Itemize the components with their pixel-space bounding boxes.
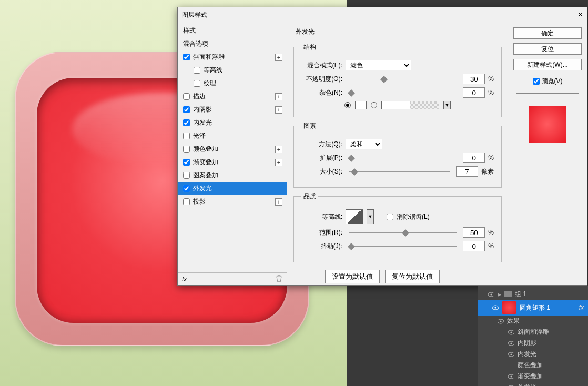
visibility-icon[interactable] [508, 329, 514, 336]
gradient-dropdown-icon[interactable]: ▼ [443, 101, 451, 109]
plus-icon[interactable]: + [275, 146, 282, 153]
contour-label: 等高线: [301, 212, 342, 221]
style-item-label: 颜色叠加 [193, 145, 281, 154]
fx-label[interactable]: fx [182, 276, 187, 283]
visibility-icon[interactable] [498, 318, 504, 324]
color-swatch[interactable] [355, 101, 367, 109]
style-item-10[interactable]: 渐变叠加+ [178, 156, 287, 169]
blend-mode-select[interactable]: 滤色 [346, 60, 411, 70]
contour-dropdown-icon[interactable]: ▼ [367, 209, 374, 224]
effects-label: 效果 [507, 317, 520, 326]
ok-button[interactable]: 确定 [513, 27, 582, 39]
effect-row[interactable]: 渐变叠加 [478, 371, 588, 382]
style-checkbox[interactable] [194, 67, 200, 74]
style-item-4[interactable]: 纹理 [178, 77, 287, 90]
visibility-icon[interactable] [508, 373, 514, 380]
fx-indicator[interactable]: fx [579, 304, 584, 311]
size-slider[interactable] [349, 168, 450, 175]
style-item-7[interactable]: 内发光 [178, 116, 287, 129]
style-item-12[interactable]: 外发光 [178, 182, 287, 195]
style-item-9[interactable]: 颜色叠加+ [178, 143, 287, 156]
range-slider[interactable] [349, 229, 457, 236]
noise-slider[interactable] [349, 89, 457, 96]
style-checkbox[interactable] [183, 159, 190, 166]
spread-input[interactable] [463, 153, 485, 163]
main-options-title: 外发光 [293, 27, 502, 38]
opacity-unit: % [488, 75, 494, 83]
antialiased-label: 消除锯齿(L) [397, 212, 430, 221]
style-item-11[interactable]: 图案叠加 [178, 169, 287, 182]
visibility-icon[interactable] [508, 351, 514, 358]
style-checkbox[interactable] [183, 54, 190, 60]
noise-label: 杂色(N): [301, 88, 342, 97]
visibility-icon[interactable] [508, 362, 514, 369]
style-checkbox[interactable] [183, 198, 190, 205]
effects-row[interactable]: 效果 [478, 316, 588, 327]
preview-label: 预览(V) [542, 77, 563, 86]
triangle-down-icon[interactable]: ▶ [498, 292, 501, 297]
style-checkbox[interactable] [183, 185, 190, 192]
method-select[interactable]: 柔和 [346, 139, 382, 149]
style-checkbox[interactable] [183, 172, 190, 179]
style-item-5[interactable]: 描边+ [178, 90, 287, 103]
style-item-6[interactable]: 内阴影+ [178, 103, 287, 116]
visibility-icon[interactable] [508, 384, 514, 387]
reset-default-button[interactable]: 复位为默认值 [385, 270, 440, 283]
style-item-label: 斜面和浮雕 [193, 53, 281, 62]
style-item-3[interactable]: 等高线 [178, 64, 287, 77]
style-list-footer: fx [178, 272, 287, 285]
opacity-slider[interactable] [349, 75, 457, 83]
plus-icon[interactable]: + [275, 54, 282, 61]
style-checkbox[interactable] [183, 93, 190, 100]
effect-row[interactable]: 颜色叠加 [478, 360, 588, 371]
plus-icon[interactable]: + [275, 159, 282, 166]
effect-row[interactable]: 外发光 [478, 382, 588, 386]
jitter-unit: % [488, 242, 494, 250]
dialog-title-text: 图层样式 [182, 7, 207, 22]
style-checkbox[interactable] [183, 146, 190, 153]
options-panel: 外发光 结构 混合模式(E): 滤色 不透明度(O): % 杂色(N): [287, 22, 508, 285]
style-item-8[interactable]: 光泽 [178, 129, 287, 143]
noise-unit: % [488, 89, 494, 96]
solid-color-radio[interactable] [344, 102, 351, 108]
style-item-1[interactable]: 混合选项 [178, 37, 287, 50]
size-input[interactable] [456, 166, 478, 177]
visibility-icon[interactable] [492, 304, 499, 311]
close-icon[interactable]: × [578, 7, 583, 22]
preview-checkbox[interactable] [533, 78, 540, 85]
new-style-button[interactable]: 新建样式(W)... [513, 59, 582, 70]
style-checkbox[interactable] [194, 80, 200, 87]
style-checkbox[interactable] [183, 133, 190, 139]
layer-group-row[interactable]: ▶ 组 1 [478, 289, 588, 300]
plus-icon[interactable]: + [275, 93, 282, 100]
opacity-label: 不透明度(O): [301, 75, 342, 84]
jitter-slider[interactable] [349, 242, 457, 250]
effect-row[interactable]: 内发光 [478, 349, 588, 360]
plus-icon[interactable]: + [275, 198, 282, 206]
noise-input[interactable] [463, 87, 485, 98]
opacity-input[interactable] [463, 74, 485, 84]
style-checkbox[interactable] [183, 119, 190, 126]
cancel-button[interactable]: 复位 [513, 43, 582, 55]
svg-point-5 [500, 320, 501, 322]
spread-slider[interactable] [349, 154, 457, 161]
range-input[interactable] [463, 227, 485, 238]
style-item-label: 光泽 [193, 131, 281, 140]
plus-icon[interactable]: + [275, 106, 282, 114]
jitter-input[interactable] [463, 241, 485, 251]
style-item-0[interactable]: 样式 [178, 24, 287, 37]
effect-row[interactable]: 内阴影 [478, 338, 588, 349]
antialiased-checkbox[interactable] [387, 214, 393, 220]
gradient-radio[interactable] [371, 102, 377, 108]
layer-row-selected[interactable]: 圆角矩形 1 fx [478, 300, 588, 316]
style-item-2[interactable]: 斜面和浮雕+ [178, 50, 287, 64]
contour-swatch[interactable] [346, 209, 363, 224]
trash-icon[interactable] [276, 275, 282, 283]
set-default-button[interactable]: 设置为默认值 [325, 270, 380, 283]
gradient-preview[interactable] [381, 101, 439, 109]
style-checkbox[interactable] [183, 106, 190, 113]
visibility-icon[interactable] [508, 340, 514, 347]
style-item-13[interactable]: 投影+ [178, 195, 287, 208]
visibility-icon[interactable] [488, 291, 494, 298]
effect-row[interactable]: 斜面和浮雕 [478, 327, 588, 338]
